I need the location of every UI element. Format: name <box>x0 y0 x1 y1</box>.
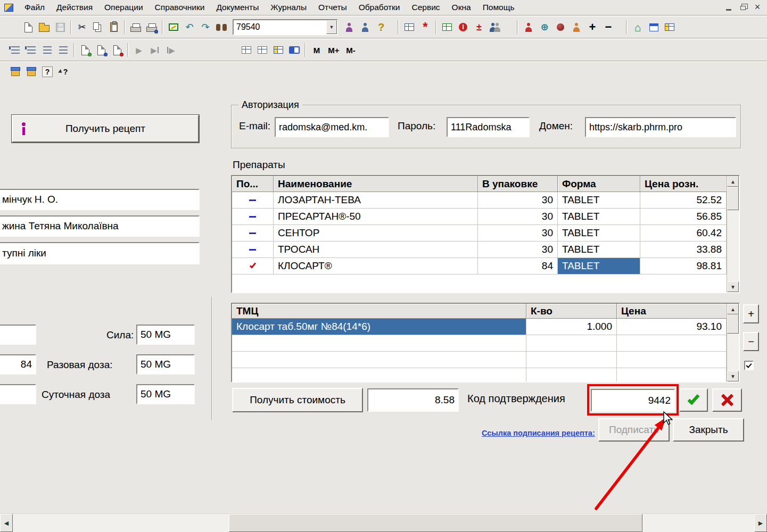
scroll-down-button[interactable]: ▼ <box>727 371 739 381</box>
option-checkbox[interactable] <box>744 361 754 370</box>
scroll-down-button[interactable]: ▼ <box>727 281 739 292</box>
table-row[interactable]: ТРОСАН 30 TABLET 33.88 <box>232 242 727 258</box>
tmc-qty-cell[interactable] <box>526 335 617 352</box>
menu-item-windows[interactable]: Окна <box>446 1 477 14</box>
pack-count-field[interactable] <box>0 354 36 375</box>
scroll-up-button[interactable]: ▲ <box>727 176 739 187</box>
info-button[interactable] <box>455 19 471 35</box>
save-button[interactable] <box>52 19 68 35</box>
doc-new-button[interactable] <box>77 42 93 58</box>
tmc-row[interactable] <box>232 352 727 368</box>
context-help-button[interactable]: ? <box>55 64 71 80</box>
grid-edit-button[interactable] <box>254 42 270 58</box>
price-cell[interactable]: 98.81 <box>640 258 727 275</box>
menu-item-references[interactable]: Справочники <box>149 1 211 14</box>
patient-button[interactable] <box>521 19 537 35</box>
close-window-button[interactable]: × <box>751 2 764 12</box>
help-contents-button[interactable]: ? <box>39 64 55 80</box>
tmc-row[interactable] <box>232 335 727 352</box>
scroll-track[interactable] <box>13 514 754 532</box>
scroll-left-button[interactable]: ◀ <box>0 514 13 532</box>
scroll-thumb[interactable] <box>727 187 739 210</box>
grid-view-button[interactable] <box>238 42 254 58</box>
tmc-qty-cell[interactable]: 1.000 <box>526 319 617 335</box>
table-row[interactable]: СЕНТОР 30 TABLET 60.42 <box>232 225 727 242</box>
horizontal-scrollbar[interactable]: ◀ ▶ <box>0 513 767 532</box>
description-button[interactable] <box>7 64 23 80</box>
domain-field[interactable] <box>585 117 736 137</box>
scroll-thumb[interactable] <box>229 514 642 532</box>
description-alt-button[interactable] <box>23 64 39 80</box>
cost-field[interactable] <box>367 388 459 412</box>
outline-level1-button[interactable] <box>7 42 23 58</box>
run-from-button[interactable]: ▶ <box>163 42 179 58</box>
form-cell[interactable]: TABLET <box>558 225 640 242</box>
aux-field-2[interactable] <box>0 384 36 404</box>
get-recipe-button[interactable]: Получить рецепт <box>12 115 199 143</box>
find-person-alt-button[interactable] <box>357 19 373 35</box>
minimize-button[interactable] <box>722 2 735 12</box>
tmc-name-cell[interactable] <box>232 335 526 352</box>
password-field[interactable] <box>447 117 530 137</box>
table-row[interactable]: ПРЕСАРТАН®-50 30 TABLET 56.85 <box>232 209 727 225</box>
menu-item-service[interactable]: Сервис <box>406 1 446 14</box>
patient-field[interactable] <box>0 215 200 237</box>
tmc-row[interactable] <box>232 368 727 381</box>
menu-item-journals[interactable]: Журналы <box>265 1 312 14</box>
email-field[interactable] <box>275 117 389 137</box>
menu-item-operations[interactable]: Операции <box>98 1 149 14</box>
print-button[interactable] <box>128 19 144 35</box>
new-document-button[interactable] <box>20 19 36 35</box>
print-preview-button[interactable] <box>144 19 160 35</box>
menu-item-processing[interactable]: Обработки <box>353 1 406 14</box>
col-header-pack[interactable]: В упаковке <box>478 176 558 192</box>
outline-level3-button[interactable] <box>39 42 55 58</box>
schedule-button[interactable] <box>646 19 662 35</box>
paste-button[interactable] <box>106 19 122 35</box>
redo-button[interactable]: ↷ <box>197 19 213 35</box>
price-cell[interactable]: 52.52 <box>640 192 727 209</box>
auth-card-button[interactable] <box>166 19 182 35</box>
undo-button[interactable]: ↶ <box>182 19 197 35</box>
help-button[interactable]: ? <box>373 19 389 35</box>
col-header-tmc[interactable]: ТМЦ <box>232 304 526 319</box>
scroll-up-button[interactable]: ▲ <box>727 304 739 314</box>
drug-name-cell[interactable]: ЛОЗАРТАН-ТЕВА <box>274 192 478 209</box>
copy-button[interactable] <box>90 19 106 35</box>
pack-cell[interactable]: 30 <box>478 242 558 258</box>
get-cost-button[interactable]: Получить стоимость <box>232 388 363 412</box>
menu-item-file[interactable]: Файл <box>19 1 51 14</box>
tmc-price-cell[interactable] <box>617 352 727 368</box>
price-cell[interactable]: 56.85 <box>640 209 727 225</box>
cancel-button[interactable] <box>712 388 742 412</box>
doctor-field[interactable] <box>0 189 200 210</box>
tmc-qty-cell[interactable] <box>526 368 617 381</box>
app-icon[interactable] <box>4 4 13 12</box>
tmc-name-cell[interactable] <box>232 352 526 368</box>
doc-delete-button[interactable] <box>109 42 125 58</box>
col-header-mark[interactable]: По... <box>232 176 274 192</box>
drug-name-cell[interactable]: СЕНТОР <box>274 225 478 242</box>
sign-recipe-link[interactable]: Ссылка подписания рецепта: <box>482 429 595 437</box>
open-button[interactable] <box>36 19 52 35</box>
drugs-table-scrollbar[interactable]: ▲ ▼ <box>727 176 739 292</box>
status-button[interactable] <box>552 19 568 35</box>
menu-item-reports[interactable]: Отчеты <box>312 1 353 14</box>
menu-item-actions[interactable]: Действия <box>51 1 98 14</box>
registry-button[interactable] <box>662 19 678 35</box>
tmc-price-cell[interactable] <box>617 368 727 381</box>
adjust-button[interactable]: ± <box>471 19 487 35</box>
outline-level4-button[interactable] <box>55 42 71 58</box>
table-row[interactable]: ЛОЗАРТАН-ТЕВА 30 TABLET 52.52 <box>232 192 727 209</box>
table-row-selected[interactable]: КЛОСАРТ® 84 TABLET 98.81 <box>232 258 727 275</box>
users-button[interactable] <box>487 19 503 35</box>
form-cell[interactable]: TABLET <box>558 192 640 209</box>
drug-name-cell[interactable]: КЛОСАРТ® <box>274 258 478 275</box>
pack-cell[interactable]: 30 <box>478 192 558 209</box>
tmc-qty-cell[interactable] <box>526 352 617 368</box>
form-cell-selected[interactable]: TABLET <box>558 258 640 275</box>
close-button[interactable]: Закрыть <box>673 418 744 442</box>
report-table-button[interactable] <box>401 19 417 35</box>
menu-item-help[interactable]: Помощь <box>477 1 521 14</box>
form-cell[interactable]: TABLET <box>558 209 640 225</box>
